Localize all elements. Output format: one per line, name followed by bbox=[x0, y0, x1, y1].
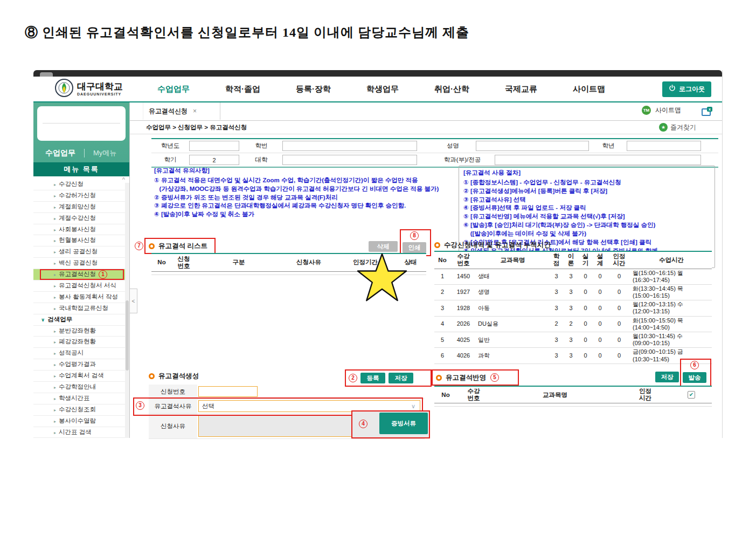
sidebar-item-17[interactable]: ▸수업계획서 검색 bbox=[33, 371, 125, 382]
sidebar-item-10[interactable]: ▸봉사 활동계획서 작성 bbox=[33, 292, 125, 303]
cell: 3 bbox=[564, 269, 578, 284]
delete-button[interactable]: 삭제 bbox=[369, 241, 398, 252]
sidebar-item-22[interactable]: ▸시간표 검색 bbox=[33, 427, 125, 438]
cell: 1927 bbox=[450, 284, 476, 300]
nav-item-0[interactable]: 수업업무 bbox=[157, 84, 190, 94]
logo-title: 대구대학교 bbox=[77, 82, 123, 91]
apply-no-row: 신청번호 bbox=[149, 385, 425, 399]
cell: 0 bbox=[593, 316, 607, 332]
table-row[interactable]: 11450생태33000월(15:00~16:15) 월(16:30~17:45… bbox=[434, 269, 712, 284]
field-label-학과(부)/전공: 학과(부)/전공 bbox=[430, 156, 495, 164]
notice-line-2: ③ [유고결석사유] 선택 bbox=[463, 196, 710, 204]
field-input-학번[interactable] bbox=[282, 141, 417, 151]
tab-yugo-absence[interactable]: 유고결석신청 × bbox=[143, 102, 220, 120]
sidebar-item-2[interactable]: ▸계절희망신청 bbox=[33, 202, 125, 213]
logout-button[interactable]: 로그아웃 bbox=[662, 81, 711, 97]
nav-item-5[interactable]: 국제교류 bbox=[505, 84, 537, 94]
sidebar-item-14[interactable]: ▸폐강강좌현황 bbox=[33, 337, 125, 348]
sitemap-label[interactable]: 사이트맵 bbox=[655, 106, 681, 115]
apply-table: No수강 번호교과목명인정 시간✔ bbox=[434, 386, 712, 407]
cell: 0 bbox=[578, 316, 593, 332]
arrow-right-icon: ▸ bbox=[54, 250, 56, 255]
nav-item-1[interactable]: 학적·졸업 bbox=[225, 84, 260, 94]
field-input-학년도[interactable] bbox=[189, 141, 239, 151]
print-button[interactable]: 인쇄 bbox=[403, 242, 426, 253]
sidebar-tab-mymenu[interactable]: My메뉴 bbox=[93, 148, 116, 158]
select-all-checkbox[interactable]: ✔ bbox=[688, 391, 695, 399]
cell: 6 bbox=[434, 348, 450, 363]
cell: 2 bbox=[549, 316, 564, 332]
cell: 1 bbox=[434, 269, 450, 284]
cell: 0 bbox=[607, 348, 631, 363]
field-input-학년[interactable] bbox=[627, 141, 701, 151]
sidebar-collapse-handle[interactable]: < bbox=[130, 289, 137, 313]
create-save-button[interactable]: 저장 bbox=[389, 373, 413, 383]
register-button[interactable]: 등록 bbox=[360, 373, 385, 383]
apply-no-value-cell bbox=[197, 385, 425, 399]
field-input-대학[interactable] bbox=[282, 155, 417, 165]
sidebar-item-16[interactable]: ▸수업평가결과 bbox=[33, 359, 125, 371]
sidebar-item-19[interactable]: ▸학생시간표 bbox=[33, 393, 125, 404]
reason-textarea[interactable] bbox=[198, 415, 355, 437]
sidebar-item-5[interactable]: ▸헌혈봉사신청 bbox=[33, 235, 125, 246]
nav-item-6[interactable]: 사이트맵 bbox=[573, 84, 605, 94]
table-row[interactable]: 64026과학33000금(09:00~10:15) 금(10:30~11:45… bbox=[434, 348, 712, 363]
sidebar-item-7[interactable]: ▸백신 공결신청 bbox=[33, 258, 125, 269]
field-input-학과(부)/전공[interactable] bbox=[495, 155, 701, 165]
field-cell bbox=[282, 141, 418, 151]
table-row[interactable]: 21927생명33000화(13:30~14:45) 목(15:00~16:15… bbox=[434, 284, 712, 300]
sidebar-item-label: 봉사이수열람 bbox=[59, 417, 96, 424]
scroll-up-caret-icon[interactable]: ^ bbox=[122, 176, 125, 183]
sitemap-icon[interactable]: TM bbox=[642, 106, 651, 115]
apply-save-button[interactable]: 저장 bbox=[655, 372, 679, 382]
cell: 2 bbox=[434, 284, 450, 300]
nav-item-4[interactable]: 취업·산학 bbox=[434, 84, 469, 94]
field-input-학기[interactable] bbox=[189, 155, 239, 165]
sidebar-scrollbar-thumb[interactable] bbox=[126, 300, 129, 371]
cell: 화(13:30~14:45) 목(15:00~16:15) bbox=[631, 284, 712, 300]
sidebar-item-20[interactable]: ▸수강신청조회 bbox=[33, 404, 125, 416]
sidebar-item-11[interactable]: ▸국내학점교류신청 bbox=[33, 303, 125, 314]
nav-item-2[interactable]: 등록·장학 bbox=[296, 84, 331, 94]
sidebar-item-6[interactable]: ▸생리 공결신청 bbox=[33, 246, 125, 258]
sidebar-item-9[interactable]: ▸유고결석신청서 서식 bbox=[33, 280, 125, 292]
sidebar-tabs: 수업업무 My메뉴 bbox=[33, 146, 129, 161]
table-row[interactable]: 31928아동33000월(12:00~13:15) 수(12:00~13:15… bbox=[434, 300, 712, 316]
sidebar-item-18[interactable]: ▸수강학점안내 bbox=[33, 382, 125, 393]
sidebar-item-0[interactable]: ▸수강신청 bbox=[33, 179, 125, 190]
column-header: 이 론 bbox=[564, 251, 578, 269]
sidebar-item-21[interactable]: ▸봉사이수열람 bbox=[33, 416, 125, 427]
sidebar-scrollbar[interactable] bbox=[125, 183, 129, 438]
annotation-badge-8: 8 bbox=[410, 231, 419, 240]
reason-type-label: 유고결석사유 bbox=[149, 399, 197, 413]
send-button[interactable]: 발송 bbox=[683, 372, 706, 383]
tab-close-icon[interactable]: × bbox=[193, 107, 197, 115]
table-row[interactable]: 54025일반33000월(10:30~11:45) 수(09:00~10:15… bbox=[434, 332, 712, 348]
sidebar-item-4[interactable]: ▸사회봉사신청 bbox=[33, 224, 125, 236]
sidebar-item-12[interactable]: ∨검색업무 bbox=[33, 314, 125, 326]
sidebar-item-8[interactable]: ▸유고결석신청1 bbox=[33, 269, 125, 280]
tabbar-icons: TM 사이트맵 x bbox=[642, 106, 712, 115]
sidebar-item-1[interactable]: ▸수강허가신청 bbox=[33, 190, 125, 202]
window-popup-icon[interactable]: x bbox=[702, 107, 712, 114]
sidebar-item-15[interactable]: ▸성적공시 bbox=[33, 348, 125, 359]
sidebar-item-3[interactable]: ▸계절수강신청 bbox=[33, 213, 125, 224]
column-header: 수강 번호 bbox=[450, 251, 476, 269]
university-logo[interactable]: 대구대학교 DAEGUUNIVERSITY bbox=[55, 79, 123, 99]
field-cell bbox=[476, 141, 590, 151]
nav-item-3[interactable]: 학생업무 bbox=[366, 84, 399, 94]
window-chrome-bar bbox=[33, 70, 722, 77]
favorite-label[interactable]: 즐겨찾기 bbox=[670, 123, 696, 132]
reason-label: 신청사유 bbox=[149, 414, 197, 438]
sidebar-item-label: 백신 공결신청 bbox=[59, 259, 98, 266]
apply-no-input[interactable] bbox=[198, 386, 258, 397]
sidebar-item-label: 수강신청조회 bbox=[59, 406, 96, 413]
table-row[interactable]: 42026DU실용22000화(15:00~15:50) 목(14:00~14:… bbox=[434, 316, 712, 332]
file-proof-button[interactable]: 증빙서류 bbox=[379, 413, 428, 434]
section-bullet-icon bbox=[149, 373, 155, 379]
favorite-star-icon[interactable]: ★ bbox=[659, 123, 668, 132]
field-input-성명[interactable] bbox=[476, 141, 589, 151]
annotation-badge-2: 2 bbox=[349, 374, 357, 382]
sidebar-tab-course-work[interactable]: 수업업무 bbox=[45, 148, 75, 158]
sidebar-item-13[interactable]: ▸분반강좌현황 bbox=[33, 326, 125, 337]
